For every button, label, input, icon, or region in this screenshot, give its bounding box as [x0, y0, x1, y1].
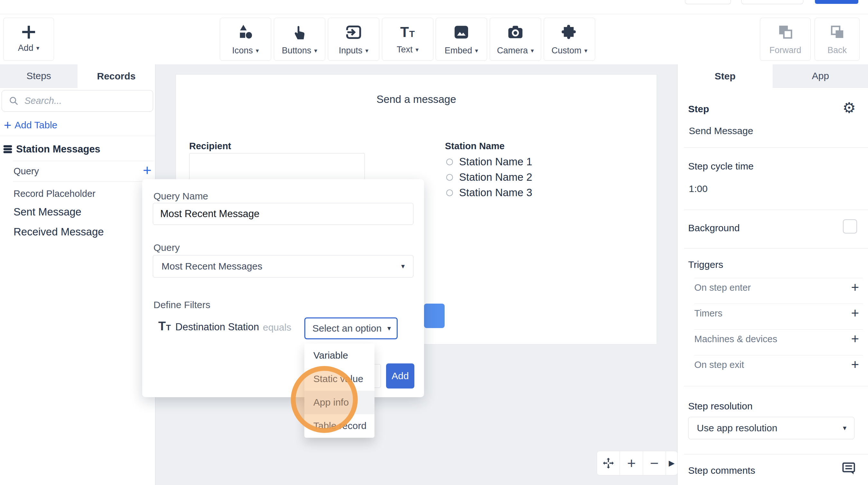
top-partial-button-blue[interactable]: [815, 0, 858, 4]
chevron-down-icon: ▾: [843, 424, 846, 432]
query-name-input[interactable]: [153, 203, 413, 225]
text-menu-label: Text: [397, 45, 413, 55]
dropdown-option-app-info[interactable]: App info: [304, 391, 374, 414]
chevron-down-icon: ▾: [388, 324, 391, 332]
trigger-label: On step enter: [694, 282, 751, 293]
search-input[interactable]: [25, 96, 134, 106]
custom-menu-label: Custom: [551, 46, 581, 56]
plus-icon: +: [4, 120, 11, 130]
add-trigger-icon[interactable]: +: [851, 331, 859, 347]
query-select-value: Most Recent Messages: [161, 261, 262, 272]
background-color-swatch[interactable]: [843, 219, 857, 233]
add-filter-button[interactable]: Add: [386, 363, 414, 389]
sidebar-tabs: Steps Records: [0, 64, 155, 88]
chevron-down-icon: ▾: [366, 47, 369, 54]
step-resolution-select[interactable]: Use app resolution ▾: [688, 417, 855, 439]
add-trigger-icon[interactable]: +: [851, 357, 859, 373]
add-button[interactable]: Add▾: [3, 18, 54, 61]
custom-menu-button[interactable]: Custom▾: [544, 18, 595, 61]
trigger-row-machines-devices[interactable]: Machines & devices +: [694, 330, 863, 348]
chevron-down-icon: ▾: [314, 47, 317, 54]
tab-steps[interactable]: Steps: [0, 64, 78, 88]
filter-field: Destination Station: [175, 321, 259, 333]
comment-icon[interactable]: [841, 460, 857, 477]
divider: [0, 136, 155, 136]
dropdown-option-variable[interactable]: Variable: [304, 344, 374, 367]
forward-button[interactable]: Forward: [760, 18, 811, 61]
database-icon: [3, 144, 13, 154]
embed-menu-label: Embed: [445, 46, 472, 56]
pan-button[interactable]: [597, 451, 620, 475]
step-title: Send a message: [176, 93, 657, 105]
radio-option-station-3[interactable]: Station Name 3: [446, 187, 532, 199]
gear-icon[interactable]: ⚙: [843, 100, 856, 115]
query-select[interactable]: Most Recent Messages ▾: [153, 255, 413, 278]
trigger-row-timers[interactable]: Timers +: [694, 304, 863, 322]
icons-menu-button[interactable]: Icons▾: [220, 18, 271, 61]
text-menu-button[interactable]: TT Text▾: [382, 18, 433, 61]
pointer-hand-icon: [290, 23, 309, 41]
sidebar-item-record-placeholder[interactable]: Record Placeholder: [13, 189, 96, 199]
tab-step[interactable]: Step: [678, 64, 773, 88]
trigger-row-on-step-enter[interactable]: On step enter +: [694, 279, 863, 296]
plus-icon: [22, 26, 35, 39]
radio-icon[interactable]: [446, 174, 453, 181]
radio-icon[interactable]: [446, 159, 453, 165]
panel-tabs: Step App: [678, 64, 868, 88]
text-icon: TT: [400, 24, 415, 40]
top-partial-button-2[interactable]: [741, 0, 803, 4]
zoom-out-button[interactable]: −: [643, 451, 666, 475]
dropdown-option-table-record[interactable]: Table record: [304, 414, 374, 438]
radio-label: Station Name 3: [459, 187, 532, 199]
image-icon: [452, 23, 470, 41]
zoom-in-button[interactable]: +: [620, 451, 643, 475]
filter-row: TT Destination Station equals Select an …: [142, 314, 424, 341]
icons-menu-label: Icons: [232, 46, 253, 56]
top-partial-button-1[interactable]: [685, 0, 731, 4]
arrow-right-icon: ▶: [669, 459, 674, 467]
radio-option-station-1[interactable]: Station Name 1: [446, 156, 532, 168]
radio-label: Station Name 2: [459, 171, 532, 183]
table-item-station-messages[interactable]: Station Messages: [3, 143, 100, 155]
add-trigger-icon[interactable]: +: [851, 305, 859, 321]
add-table-label: Add Table: [14, 120, 57, 131]
radio-icon[interactable]: [446, 189, 453, 196]
sidebar-item-query[interactable]: Query: [13, 166, 39, 176]
define-filters-label: Define Filters: [153, 299, 210, 310]
add-query-icon[interactable]: +: [143, 163, 152, 177]
widget-toolbar: Add▾ Icons▾ Buttons▾ Inputs▾: [0, 14, 868, 65]
step-heading: Step: [688, 103, 709, 115]
move-icon: [602, 457, 615, 469]
radio-option-station-2[interactable]: Station Name 2: [446, 171, 532, 183]
embed-menu-button[interactable]: Embed▾: [436, 18, 487, 61]
tab-records[interactable]: Records: [78, 64, 155, 88]
triggers-heading: Triggers: [688, 259, 723, 270]
dropdown-option-static-value[interactable]: Static value: [304, 367, 374, 390]
inputs-menu-button[interactable]: Inputs▾: [328, 18, 379, 61]
divider: [13, 161, 153, 161]
minus-icon: −: [650, 454, 659, 472]
cycle-time-value[interactable]: 1:00: [689, 183, 708, 194]
trigger-label: Machines & devices: [694, 334, 777, 345]
add-table-button[interactable]: + Add Table: [4, 120, 57, 131]
canvas-blue-button-partial[interactable]: [424, 303, 445, 328]
plus-icon: +: [627, 454, 636, 472]
add-trigger-icon[interactable]: +: [851, 280, 859, 295]
back-layers-icon: [829, 24, 846, 41]
divider: [694, 355, 863, 355]
sidebar-item-received-message[interactable]: Received Message: [13, 226, 104, 238]
trigger-row-on-step-exit[interactable]: On step exit +: [694, 356, 863, 374]
buttons-menu-button[interactable]: Buttons▾: [274, 18, 325, 61]
camera-menu-button[interactable]: Camera▾: [490, 18, 541, 61]
text-type-icon: TT: [158, 319, 171, 333]
tab-app[interactable]: App: [773, 64, 868, 88]
divider: [684, 210, 868, 210]
filter-value-select[interactable]: Select an option ▾: [304, 317, 398, 339]
back-button[interactable]: Back: [815, 18, 860, 61]
step-name-value[interactable]: Send Message: [689, 125, 753, 136]
station-name-label: Station Name: [445, 141, 504, 152]
camera-menu-label: Camera: [497, 46, 528, 56]
next-button[interactable]: ▶: [666, 451, 677, 475]
search-icon: [8, 96, 19, 106]
sidebar-item-sent-message[interactable]: Sent Message: [13, 206, 82, 218]
